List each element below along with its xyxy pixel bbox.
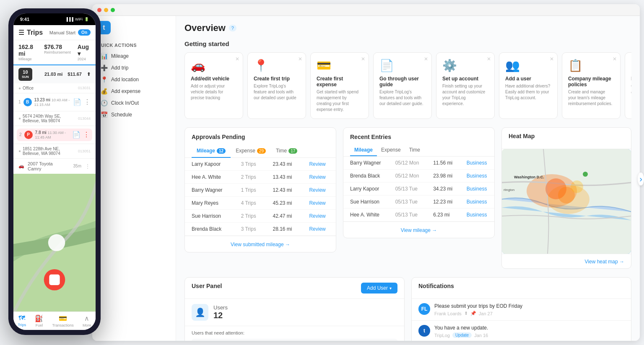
map-svg <box>13 174 96 312</box>
qa-add-trip-label: Add trip <box>111 65 128 71</box>
recent-type-4: Business <box>460 209 494 221</box>
card-user-guide-desc: Explore TripLog's features and tools wit… <box>379 89 426 107</box>
card-first-trip-icon: 📍 <box>254 59 300 72</box>
recent-entries-title: Recent Entries <box>350 134 488 140</box>
minimize-dot[interactable] <box>104 8 108 12</box>
getting-started-cards: ✕ 🚗 Add/edit vehicle Add or adjust your … <box>184 52 631 119</box>
card-user-guide-title: Go through user guide <box>379 76 426 88</box>
manual-start-toggle[interactable]: On <box>78 29 91 36</box>
user-panel: User Panel Add User ▾ 👤 Users 12 <box>184 277 405 341</box>
day-amount: $11.67 <box>68 72 82 77</box>
recent-miles-4: 6.23 mi <box>426 209 460 221</box>
recent-miles-2: 34.23 mi <box>426 183 460 196</box>
cards-next-arrow[interactable]: › <box>638 172 640 185</box>
recent-tab-mileage[interactable]: Mileage <box>350 144 377 156</box>
phone-screen: 9:41 ▐▐▐ WiFi 🔋 ☰ Trips Manual Start On … <box>13 13 96 330</box>
qa-add-location[interactable]: 📍 Add location <box>97 74 171 85</box>
nav-more[interactable]: ∧ More <box>83 314 91 327</box>
date-label: 2024 <box>78 57 91 61</box>
card-user-guide-close[interactable]: ✕ <box>424 56 428 62</box>
help-badge[interactable]: ? <box>229 25 236 31</box>
notif-1-badge: Update <box>452 332 472 338</box>
circle-icon-1: ● <box>18 86 21 90</box>
tab-time-badge: 17 <box>288 148 297 154</box>
recent-tab-expense[interactable]: Expense <box>377 144 405 156</box>
review-link-1[interactable]: Review <box>309 174 325 180</box>
nav-fuel[interactable]: ⛽ Fuel <box>35 314 43 327</box>
day-badge: 10 SUN <box>18 68 32 81</box>
card-expense-close[interactable]: ✕ <box>361 56 365 62</box>
trip-2-row: 2 P 7.8 mi 11:30 AM - 11:45 AM 📄 ⋮ <box>17 129 92 141</box>
view-mileage-link[interactable]: View mileage → <box>401 227 437 233</box>
qa-add-expense[interactable]: 💰 Add expense <box>97 85 171 97</box>
card-expense-desc: Get started with spend management by cre… <box>317 89 363 113</box>
qa-add-trip[interactable]: ➕ Add trip <box>97 62 171 74</box>
notif-1-sub: TripLog <box>434 333 450 338</box>
review-link-4[interactable]: Review <box>309 213 325 219</box>
close-dot[interactable] <box>97 8 101 12</box>
card-policies-close[interactable]: ✕ <box>613 56 617 62</box>
users-icon: 👤 <box>192 304 208 321</box>
add-expense-qa-icon: 💰 <box>101 88 108 95</box>
view-submitted-mileage-link[interactable]: View submitted mileage → <box>231 242 290 247</box>
card-first-trip-close[interactable]: ✕ <box>298 56 302 62</box>
trip-2-doc-icon[interactable]: 📄 <box>72 131 80 139</box>
heat-map-panel: Heat Map <box>501 127 631 269</box>
date-stat[interactable]: Aug ▾ 2024 <box>78 44 91 61</box>
card-vehicle-close[interactable]: ✕ <box>235 56 239 62</box>
trip-1-more-icon[interactable]: ⋮ <box>84 98 91 106</box>
nav-trips[interactable]: 🗺 Trips <box>18 314 26 327</box>
qa-schedule[interactable]: 📅 Schedule <box>97 109 171 121</box>
card-setup-title: Set up account <box>442 76 488 82</box>
mileage-qa-icon: 📊 <box>101 53 108 59</box>
trips-nav-icon: 🗺 <box>18 314 25 322</box>
users-count-row: 👤 Users 12 <box>185 299 404 326</box>
view-heat-map-link[interactable]: View heat map → <box>585 259 625 265</box>
day-number: 10 <box>22 70 29 75</box>
recent-name-3: Sue Harrison <box>343 196 389 209</box>
card-add-user-close[interactable]: ✕ <box>550 56 554 62</box>
recent-tab-time[interactable]: Time <box>405 144 424 156</box>
notifications-section: Notifications FL Please submit your trip… <box>411 277 631 341</box>
recent-date-1: 05/12 Mon <box>389 170 426 183</box>
day-name: SUN <box>22 75 29 79</box>
tab-expense[interactable]: Expense 29 <box>231 144 271 158</box>
trip-1-distance: 13.23 mi <box>34 98 50 102</box>
trip-1-doc-icon[interactable]: 📄 <box>73 98 81 106</box>
user-panel-title: User Panel <box>192 283 222 289</box>
approvals-title: Approvals Pending <box>192 134 329 140</box>
table-row: Larry Kapoor 3 Trips 23.43 mi Review <box>185 158 336 171</box>
menu-icon[interactable]: ☰ <box>18 28 24 36</box>
notif-1-content: You have a new update. TripLog Update Ja… <box>434 325 624 338</box>
add-user-button[interactable]: Add User ▾ <box>361 283 397 294</box>
address-code-2: 013051 <box>78 149 91 153</box>
recent-miles-1: 23.98 mi <box>426 170 460 183</box>
card-expense: ✕ 💳 Create first expense Get started wit… <box>310 52 369 119</box>
row-name-5: Brenda Black <box>185 223 234 236</box>
notif-0: FL Please submit your trips by EOD Frida… <box>412 299 631 321</box>
export-icon[interactable]: ⬆ <box>87 72 91 77</box>
location-label-1: ● Office 013031 <box>18 86 91 90</box>
logo-letter: t <box>103 24 105 31</box>
trip-2-more-icon[interactable]: ⋮ <box>83 131 90 139</box>
vehicle-more-icon[interactable]: ⋮ <box>85 163 91 170</box>
notif-1-avatar: t <box>418 325 430 337</box>
recent-type-3: Business <box>460 196 494 209</box>
quick-actions-section: Quick actions 📊 Mileage ➕ Add trip 📍 Add… <box>97 43 171 121</box>
nav-transactions[interactable]: 💳 Transactions <box>52 314 74 327</box>
qa-clock[interactable]: 🕐 Clock In/Out <box>97 97 171 109</box>
review-link-0[interactable]: Review <box>309 161 325 167</box>
qa-mileage[interactable]: 📊 Mileage <box>97 50 171 62</box>
review-link-5[interactable]: Review <box>309 226 325 232</box>
circle-icon-2: ● <box>18 116 21 121</box>
review-link-3[interactable]: Review <box>309 200 325 206</box>
pin-icon-0: 📌 <box>470 311 476 316</box>
maximize-dot[interactable] <box>111 8 115 12</box>
card-setup-close[interactable]: ✕ <box>487 56 491 62</box>
fuel-nav-icon: ⛽ <box>35 314 43 322</box>
tab-time[interactable]: Time 17 <box>271 144 302 158</box>
vehicle-row: 🚗 2007 Toyota Camry 35m ⋮ <box>13 159 96 174</box>
tab-mileage[interactable]: Mileage 12 <box>192 144 231 158</box>
review-link-2[interactable]: Review <box>309 187 325 193</box>
address-text-1: 5674 240th Way SE, Bellevue, Wa 98074 <box>23 114 75 123</box>
